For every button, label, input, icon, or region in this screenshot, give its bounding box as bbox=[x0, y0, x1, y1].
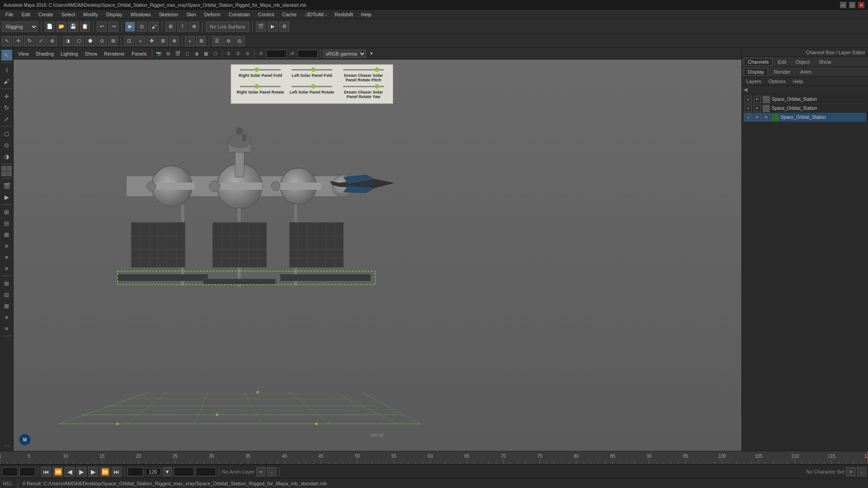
component-btn[interactable]: ⬡ bbox=[74, 36, 84, 46]
maximize-btn[interactable]: □ bbox=[849, 2, 855, 8]
poly-btn[interactable]: ⬢ bbox=[85, 36, 95, 46]
vp-shade1-btn[interactable]: ◑ bbox=[193, 50, 201, 58]
ctrl-slider-4[interactable] bbox=[292, 86, 332, 87]
grid-4-btn[interactable] bbox=[7, 171, 12, 176]
center-btn[interactable]: ⊕ bbox=[169, 36, 179, 46]
subtab-help[interactable]: Help bbox=[790, 78, 806, 84]
menu-item-select[interactable]: Select bbox=[58, 11, 79, 18]
subtab-options[interactable]: Options bbox=[766, 78, 788, 84]
menu-item-windows[interactable]: Windows bbox=[127, 11, 155, 18]
layer-r-3[interactable]: R bbox=[763, 114, 770, 121]
universal-tool-btn[interactable]: ⊛ bbox=[47, 36, 57, 46]
edit-pivot-btn[interactable]: + bbox=[185, 36, 195, 46]
vp-camera-btn[interactable]: 📷 bbox=[155, 50, 163, 58]
lasso-btn[interactable]: ◎ bbox=[137, 22, 147, 32]
char-set-btn[interactable]: + bbox=[846, 467, 855, 476]
frame-start-input[interactable]: 1 bbox=[2, 467, 18, 476]
render-btn[interactable]: 🎬 bbox=[256, 22, 266, 32]
redo-btn[interactable]: ↪ bbox=[108, 22, 118, 32]
timeline-ruler[interactable]: 1510152025303540455055606570758085909510… bbox=[0, 451, 868, 464]
extra-4-btn[interactable]: ≡ bbox=[1, 240, 12, 251]
vp-mask-btn[interactable]: ◻ bbox=[183, 50, 191, 58]
grid-2-btn[interactable] bbox=[7, 166, 12, 171]
layer-vis-3[interactable]: V bbox=[745, 114, 752, 121]
snap-point-btn[interactable]: ⊕ bbox=[189, 22, 199, 32]
vp-gamma-dropdown[interactable]: sRGB gamma bbox=[323, 50, 366, 58]
vp-grid-btn[interactable]: ⊞ bbox=[164, 50, 172, 58]
pivot-btn[interactable]: ⊞ bbox=[158, 36, 168, 46]
snap-curve-btn[interactable]: ⌇ bbox=[177, 22, 187, 32]
extra-7-btn[interactable]: ⊞ bbox=[1, 278, 12, 289]
open-file-btn[interactable]: 📂 bbox=[57, 22, 66, 32]
menu-item-modify[interactable]: Modify bbox=[80, 11, 101, 18]
vp-val2-input[interactable]: 1.00 bbox=[297, 50, 318, 58]
range-start-input[interactable]: 1 bbox=[127, 467, 143, 476]
tab-render[interactable]: Render bbox=[770, 68, 794, 76]
vp-3-btn[interactable]: ③ bbox=[244, 50, 252, 58]
play-btn[interactable]: ▶ bbox=[76, 467, 86, 477]
menu-item-display[interactable]: Display bbox=[103, 11, 126, 18]
range-end-input[interactable]: 120 bbox=[174, 467, 194, 476]
layer-p-3[interactable]: P bbox=[754, 114, 761, 121]
layer-item-1[interactable]: V P Space_Orbital_Station bbox=[744, 95, 866, 104]
range-end2-input[interactable]: 200 bbox=[196, 467, 216, 476]
snap-together-btn[interactable]: ⊞ bbox=[196, 36, 206, 46]
vp-1-btn[interactable]: ① bbox=[225, 50, 233, 58]
vp-2-btn[interactable]: ② bbox=[234, 50, 242, 58]
menu-item--3dtoall--[interactable]: -3DToAll - bbox=[301, 11, 330, 18]
isolate-btn[interactable]: ◎ bbox=[235, 36, 245, 46]
subdiv-btn[interactable]: ⊞ bbox=[108, 36, 118, 46]
vp-rel2-btn[interactable]: ↺ bbox=[288, 50, 296, 58]
ctrl-item-0[interactable]: Right Solar Panel Fold bbox=[236, 69, 285, 82]
vp-menu-panels[interactable]: Panels bbox=[129, 50, 150, 57]
poly-model-btn[interactable]: ⬡ bbox=[1, 128, 12, 139]
layer-p-2[interactable]: P bbox=[754, 105, 761, 112]
save-as-btn[interactable]: 📋 bbox=[80, 22, 90, 32]
show-manip-btn[interactable]: ☰ bbox=[212, 36, 222, 46]
rotate-tool-btn[interactable]: ↻ bbox=[24, 36, 34, 46]
vp-shade2-btn[interactable]: ▩ bbox=[202, 50, 210, 58]
new-file-btn[interactable]: 📄 bbox=[45, 22, 55, 32]
layer-p-1[interactable]: P bbox=[754, 96, 761, 103]
layer-vis-1[interactable]: V bbox=[745, 96, 752, 103]
ipr-btn[interactable]: ▶ bbox=[268, 22, 278, 32]
extra-8-btn[interactable]: ⊟ bbox=[1, 289, 12, 300]
extra-1-btn[interactable]: ⊞ bbox=[1, 206, 12, 217]
layer-vis-2[interactable]: V bbox=[745, 105, 752, 112]
scale-mode-btn[interactable]: ⤢ bbox=[1, 113, 12, 124]
mode-dropdown[interactable]: Rigging bbox=[2, 22, 38, 32]
vp-gamma-down-btn[interactable]: ▼ bbox=[368, 50, 376, 58]
move-tool-btn[interactable]: ✛ bbox=[13, 36, 23, 46]
menu-item-control[interactable]: Control bbox=[255, 11, 278, 18]
live-surface-btn[interactable]: No Live Surface bbox=[206, 22, 249, 32]
jump-start-btn[interactable]: ⏮ bbox=[41, 467, 51, 477]
rotate-mode-btn[interactable]: ↻ bbox=[1, 102, 12, 113]
menu-item-file[interactable]: File bbox=[2, 11, 17, 18]
vp-val1-input[interactable]: 0.00 bbox=[266, 50, 287, 58]
jump-end-btn[interactable]: ⏭ bbox=[112, 467, 122, 477]
menu-item-skin[interactable]: Skin bbox=[183, 11, 199, 18]
render-view-btn[interactable]: 🎬 bbox=[1, 180, 12, 191]
extra-9-btn[interactable]: ⊠ bbox=[1, 300, 12, 311]
ctrl-slider-5[interactable] bbox=[343, 86, 384, 87]
viewport-canvas[interactable]: Right Solar Panel FoldLeft Solar Panel F… bbox=[14, 60, 741, 451]
xform-btn[interactable]: ✤ bbox=[146, 36, 156, 46]
subtab-layers[interactable]: Layers bbox=[744, 78, 764, 84]
tab-object[interactable]: Object bbox=[791, 58, 814, 66]
sculpt-btn[interactable]: ◑ bbox=[1, 151, 12, 162]
right-scroll-arrow[interactable]: ◀ bbox=[742, 86, 868, 93]
bottom-more-btn[interactable]: … bbox=[1, 438, 12, 449]
soft-select-btn[interactable]: ◑ bbox=[63, 36, 73, 46]
tab-edit[interactable]: Edit bbox=[774, 58, 790, 66]
extra-5-btn[interactable]: ≡ bbox=[1, 252, 12, 263]
menu-item-skeleton[interactable]: Skeleton bbox=[155, 11, 182, 18]
layer-item-2[interactable]: V P Space_Orbital_Station bbox=[744, 104, 866, 113]
snap-mag-btn[interactable]: ⊡ bbox=[124, 36, 134, 46]
ctrl-item-1[interactable]: Left Solar Panel Fold bbox=[287, 69, 337, 82]
menu-item-cache[interactable]: Cache bbox=[278, 11, 300, 18]
move-mode-btn[interactable]: ✛ bbox=[1, 91, 12, 102]
menu-item-help[interactable]: Help bbox=[358, 11, 375, 18]
extra-3-btn[interactable]: ⊠ bbox=[1, 229, 12, 240]
close-btn[interactable]: ✕ bbox=[858, 2, 864, 8]
tab-anim[interactable]: Anim bbox=[796, 68, 816, 76]
